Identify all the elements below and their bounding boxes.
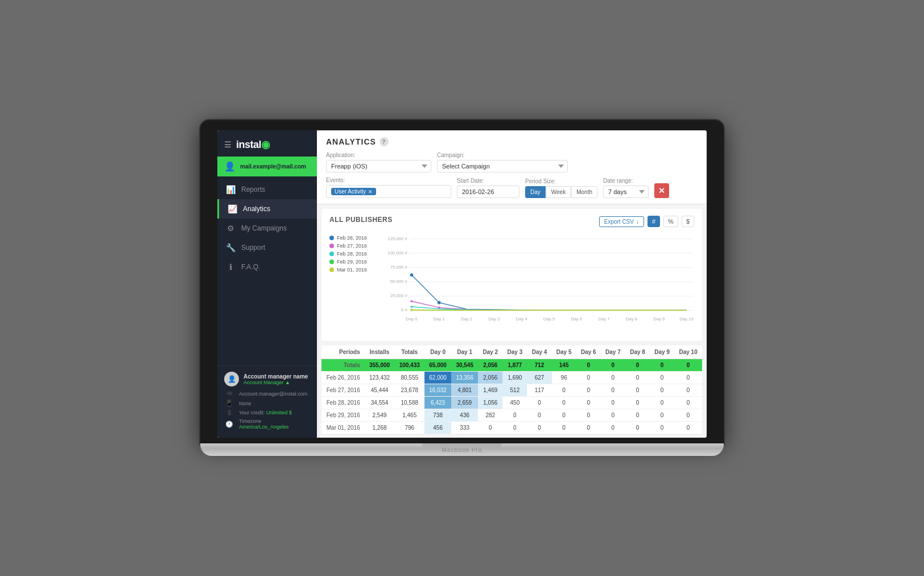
col-installs: Installs [365,345,395,359]
col-day1: Day 1 [451,345,478,359]
svg-point-29 [411,309,413,311]
footer-phone-row: 📱 None [224,400,310,407]
sidebar-header: ☰ instal◉ [217,130,317,157]
credit-icon: $ [224,409,234,416]
faq-icon: ℹ [225,262,236,271]
totals-cell-1: 355,000 [365,359,395,372]
main-content: ANALYTICS ? Application: Freapp (iOS) Ca… [317,130,707,438]
footer-timezone-row: 🕐 Timezone America/Los_Angeles [224,418,310,430]
sidebar-item-campaigns[interactable]: ⚙ My Campaigns [217,219,317,238]
events-filter: Events: User Activity ✕ [326,177,451,198]
start-date-label: Start Date: [457,178,519,184]
table-row: Feb 28, 201634,55410,5886,4232,6591,0564… [321,397,702,409]
sidebar: ☰ instal◉ 👤 mail.example@mail.com 📊 Repo… [217,130,317,438]
col-day4: Day 4 [527,345,551,359]
timezone-icon: 🕐 [224,421,234,428]
page-title: ANALYTICS ? [326,137,698,146]
events-label: Events: [326,177,451,183]
svg-point-25 [411,300,413,302]
table-row: Feb 26, 2016123,43280,55562,00013,3562,0… [321,372,702,384]
legend-item-feb28: Feb 28, 2016 [329,251,381,257]
svg-text:125,000 #: 125,000 # [387,236,407,241]
sidebar-item-label: Support [241,244,265,252]
table-section: Periods Installs Totals Day 0 Day 1 Day … [321,345,702,434]
col-day5: Day 5 [552,345,576,359]
table-totals-row: Totals355,000100,43365,00030,5452,0561,8… [321,359,702,372]
screen-bezel: ☰ instal◉ 👤 mail.example@mail.com 📊 Repo… [200,120,724,443]
svg-text:Day 4: Day 4 [516,316,528,322]
application-select[interactable]: Freapp (iOS) [326,160,431,172]
view-dollar-button[interactable]: $ [682,216,694,227]
col-day9: Day 9 [650,345,674,359]
email-icon: ✉ [224,390,234,397]
start-date-input[interactable] [457,186,519,198]
view-hash-button[interactable]: # [647,216,660,227]
sidebar-item-label: F.A.Q. [241,263,260,271]
svg-text:75,000 #: 75,000 # [390,265,408,270]
table-row: Mar 01, 20161,268796456333000000000 [321,422,702,434]
help-icon[interactable]: ? [380,137,389,146]
campaign-select[interactable]: Select Campaign [437,160,568,172]
sidebar-item-reports[interactable]: 📊 Reports [217,180,317,199]
event-tag-remove[interactable]: ✕ [368,189,373,195]
application-filter: Application: Freapp (iOS) [326,152,431,172]
svg-text:50,000 #: 50,000 # [390,279,408,284]
data-table: Periods Installs Totals Day 0 Day 1 Day … [321,345,702,434]
totals-cell-6: 1,877 [502,359,527,372]
legend-item-mar01: Mar 01, 2016 [329,267,381,273]
totals-cell-8: 145 [552,359,576,372]
event-tag: User Activity ✕ [331,188,376,195]
export-csv-button[interactable]: Export CSV ↓ [599,216,644,227]
chart-top: ALL PUBLISHERS Export CSV ↓ # % $ [329,216,694,227]
legend-dot-mar01 [329,268,334,272]
chart-body: Feb 26, 2016 Feb 27, 2016 Feb 28, 2016 [329,232,694,334]
svg-point-26 [438,306,440,308]
totals-cell-9: 0 [576,359,601,372]
account-manager-name: Account manager name [244,373,308,380]
totals-cell-10: 0 [601,359,625,372]
table-row: Feb 29, 20162,5491,46573843628200000000 [321,409,702,422]
sidebar-item-label: Analytics [243,205,270,213]
events-input[interactable]: User Activity ✕ [326,185,451,198]
logo: instal◉ [236,138,270,151]
svg-text:Day 5: Day 5 [543,316,555,322]
sidebar-item-faq[interactable]: ℹ F.A.Q. [217,257,317,277]
hamburger-icon[interactable]: ☰ [224,140,232,149]
support-icon: 🔧 [225,243,236,252]
period-week-button[interactable]: Week [546,186,571,198]
chart-section: ALL PUBLISHERS Export CSV ↓ # % $ [321,209,702,341]
analytics-icon: 📈 [227,204,237,213]
sidebar-item-support[interactable]: 🔧 Support [217,238,317,257]
totals-cell-12: 0 [650,359,674,372]
screen: ☰ instal◉ 👤 mail.example@mail.com 📊 Repo… [217,130,707,438]
chart-actions: Export CSV ↓ # % $ [599,216,694,227]
totals-cell-0: Totals [321,359,365,372]
user-icon: 👤 [224,161,236,172]
date-range-select[interactable]: 7 days [603,186,649,198]
svg-text:25,000 #: 25,000 # [390,293,408,298]
svg-text:Day 8: Day 8 [626,316,637,322]
totals-cell-5: 2,056 [478,359,502,372]
col-day0: Day 0 [424,345,451,359]
view-percent-button[interactable]: % [663,216,678,227]
period-day-button[interactable]: Day [525,186,546,198]
phone-icon: 📱 [224,400,234,407]
laptop-container: ☰ instal◉ 👤 mail.example@mail.com 📊 Repo… [200,120,724,456]
date-range-label: Date range: [603,178,649,184]
totals-cell-7: 712 [527,359,551,372]
period-month-button[interactable]: Month [571,186,597,198]
campaign-label: Campaign: [437,152,568,158]
sidebar-item-analytics[interactable]: 📈 Analytics [217,199,317,219]
clear-button[interactable]: ✕ [654,183,669,198]
col-totals: Totals [394,345,424,359]
table-header-row: Periods Installs Totals Day 0 Day 1 Day … [321,345,702,359]
col-periods: Periods [321,345,365,359]
footer-user-row: 👤 Account manager name Account Manager ▲ [224,372,310,386]
legend-dot-feb28 [329,252,334,256]
svg-text:Day 7: Day 7 [598,316,609,322]
sidebar-user-section: 👤 mail.example@mail.com [217,157,317,176]
col-day3: Day 3 [502,345,527,359]
legend-dot-feb26 [329,236,334,240]
svg-text:Day 1: Day 1 [434,316,445,322]
user-email: mail.example@mail.com [240,163,306,170]
